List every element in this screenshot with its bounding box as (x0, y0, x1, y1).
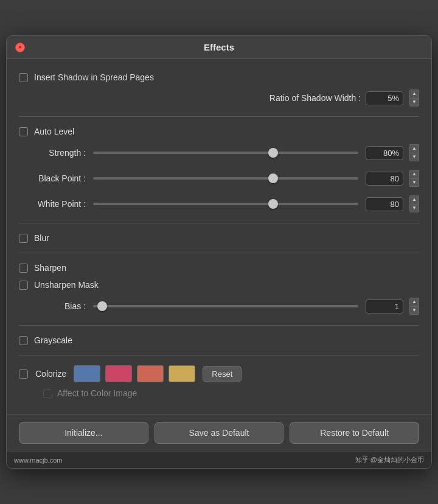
swatch-blue[interactable] (74, 365, 100, 382)
shadow-section: Insert Shadow in Spread Pages Ratio of S… (19, 69, 419, 110)
colorize-checkbox[interactable] (19, 369, 28, 379)
strength-track (93, 152, 358, 154)
title-bar: × Effects (7, 36, 431, 59)
watermark-left: www.macjb.com (14, 457, 62, 464)
grayscale-label: Grayscale (34, 335, 72, 345)
divider-4 (19, 325, 419, 326)
colorize-row: Colorize Reset (19, 362, 419, 386)
white-point-up-btn[interactable]: ▲ (409, 195, 419, 204)
sharpen-label: Sharpen (34, 263, 66, 273)
strength-thumb[interactable] (268, 148, 278, 158)
initialize-button[interactable]: Initialize... (19, 422, 148, 444)
grayscale-checkbox[interactable] (19, 336, 28, 345)
black-point-down-btn[interactable]: ▼ (409, 178, 419, 187)
white-point-down-btn[interactable]: ▼ (409, 204, 419, 213)
shadow-ratio-row: Ratio of Shadow Width : ▲ ▼ (19, 86, 419, 110)
grayscale-section: Grayscale (19, 332, 419, 349)
footer: Initialize... Save as Default Restore to… (7, 414, 431, 451)
strength-value-input[interactable] (366, 146, 403, 160)
restore-default-button[interactable]: Restore to Default (290, 422, 419, 444)
grayscale-row: Grayscale (19, 332, 419, 349)
insert-shadow-row: Insert Shadow in Spread Pages (19, 69, 419, 86)
bias-label: Bias : (19, 301, 86, 311)
swatch-pink[interactable] (105, 365, 132, 382)
insert-shadow-checkbox[interactable] (19, 73, 28, 82)
auto-level-label: Auto Level (34, 127, 74, 136)
watermark-right: 知乎 @金灿灿的小金币 (355, 455, 424, 464)
ratio-up-btn[interactable]: ▲ (409, 89, 419, 98)
blur-section: Blur (19, 229, 419, 247)
close-button[interactable]: × (15, 43, 25, 52)
ratio-stepper[interactable]: ▲ ▼ (409, 89, 419, 107)
swatch-orange[interactable] (169, 365, 195, 382)
save-default-button[interactable]: Save as Default (155, 422, 284, 444)
divider-2 (19, 223, 419, 223)
strength-label: Strength : (19, 148, 86, 158)
bias-row: Bias : ▲ ▼ (19, 293, 419, 319)
dialog-content: Insert Shadow in Spread Pages Ratio of S… (7, 59, 431, 414)
white-point-thumb[interactable] (268, 199, 278, 209)
black-point-thumb[interactable] (268, 173, 278, 183)
affect-row: Affect to Color Image (19, 386, 419, 401)
blur-label: Blur (34, 233, 49, 243)
bias-down-btn[interactable]: ▼ (409, 306, 419, 315)
black-point-slider[interactable] (93, 172, 358, 184)
sharpen-checkbox[interactable] (19, 264, 28, 273)
reset-button[interactable]: Reset (203, 366, 242, 382)
swatch-red[interactable] (137, 365, 164, 382)
unsharpen-row: Unsharpen Mask (19, 276, 419, 293)
affect-checkbox[interactable] (43, 389, 52, 398)
colorize-section: Colorize Reset Affect to Color Image (19, 362, 419, 401)
affect-label: Affect to Color Image (57, 388, 137, 398)
dialog-title: Effects (204, 42, 234, 52)
white-point-value-input[interactable] (366, 197, 403, 211)
sharpen-row: Sharpen (19, 259, 419, 276)
auto-level-checkbox[interactable] (19, 127, 28, 136)
white-point-slider[interactable] (93, 198, 358, 210)
unsharpen-checkbox[interactable] (19, 281, 28, 290)
auto-level-section: Auto Level Strength : ▲ ▼ Black Point : (19, 123, 419, 217)
bias-stepper[interactable]: ▲ ▼ (409, 298, 419, 315)
unsharpen-label: Unsharpen Mask (34, 280, 99, 290)
black-point-value-input[interactable] (366, 172, 403, 186)
bias-value-input[interactable] (366, 299, 403, 313)
blur-checkbox[interactable] (19, 234, 28, 243)
insert-shadow-label: Insert Shadow in Spread Pages (34, 72, 154, 82)
strength-up-btn[interactable]: ▲ (409, 144, 419, 153)
bias-slider[interactable] (93, 300, 358, 312)
black-point-up-btn[interactable]: ▲ (409, 170, 419, 178)
white-point-stepper[interactable]: ▲ ▼ (409, 195, 419, 212)
ratio-label: Ratio of Shadow Width : (19, 93, 361, 103)
black-point-label: Black Point : (19, 173, 86, 183)
white-point-label: White Point : (19, 199, 86, 209)
divider-1 (19, 116, 419, 117)
divider-5 (19, 355, 419, 355)
bias-up-btn[interactable]: ▲ (409, 298, 419, 306)
divider-3 (19, 253, 419, 253)
ratio-down-btn[interactable]: ▼ (409, 98, 419, 107)
black-point-stepper[interactable]: ▲ ▼ (409, 170, 419, 187)
strength-stepper[interactable]: ▲ ▼ (409, 144, 419, 161)
white-point-track (93, 203, 358, 205)
blur-row: Blur (19, 229, 419, 247)
strength-slider[interactable] (93, 147, 358, 159)
bias-thumb[interactable] (97, 301, 107, 311)
white-point-row: White Point : ▲ ▼ (19, 191, 419, 217)
strength-down-btn[interactable]: ▼ (409, 153, 419, 162)
sharpen-section: Sharpen Unsharpen Mask Bias : ▲ ▼ (19, 259, 419, 319)
auto-level-row: Auto Level (19, 123, 419, 140)
color-swatches (74, 365, 195, 382)
effects-dialog: × Effects Insert Shadow in Spread Pages … (6, 35, 432, 469)
watermark-bar: www.macjb.com 知乎 @金灿灿的小金币 (7, 451, 431, 468)
colorize-label: Colorize (35, 369, 66, 379)
black-point-row: Black Point : ▲ ▼ (19, 166, 419, 191)
strength-row: Strength : ▲ ▼ (19, 140, 419, 166)
black-point-track (93, 177, 358, 180)
ratio-value-input[interactable] (366, 91, 403, 105)
bias-track (93, 305, 358, 307)
